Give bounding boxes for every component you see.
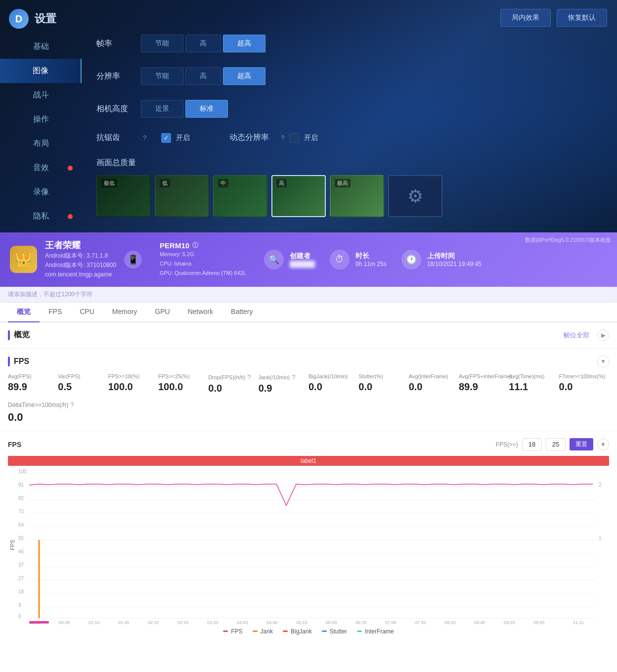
overview-collapse-btn[interactable]: ▶ bbox=[597, 329, 609, 341]
resolution-option-group: 节能 高 超高 bbox=[141, 67, 265, 85]
sidebar-item-sound[interactable]: 音效 bbox=[0, 156, 82, 180]
sidebar-item-privacy[interactable]: 隐私 bbox=[0, 204, 82, 228]
fps-stats-row: Avg(FPS) 89.9 Var(FPS) 0.5 FPS>=18(%) 10… bbox=[8, 373, 609, 394]
duration-value: 0h 11m 25s bbox=[355, 261, 387, 268]
fps-option-high[interactable]: 高 bbox=[185, 35, 221, 52]
svg-text:2: 2 bbox=[599, 482, 602, 488]
resolution-option-eco[interactable]: 节能 bbox=[141, 67, 183, 85]
fps-section-collapse-btn[interactable]: ▼ bbox=[597, 356, 609, 367]
fps-chart-label-bar: label1 bbox=[8, 456, 609, 466]
svg-text:02:20: 02:20 bbox=[148, 620, 159, 624]
app-header: 👑 王者荣耀 Android版本号: 3.71.1.8 Android版本号: … bbox=[0, 232, 617, 287]
overview-link[interactable]: 帧位全部 bbox=[564, 331, 589, 340]
dynamic-res-help-icon[interactable]: ? bbox=[281, 134, 284, 141]
dynamic-res-on-label: 开启 bbox=[304, 134, 318, 142]
fps-threshold-label: FPS(>=) bbox=[496, 441, 518, 448]
fps-option-ultra[interactable]: 超高 bbox=[223, 35, 265, 52]
quality-thumbnails: 极低 低 中 高 极高 ⚙ bbox=[96, 175, 597, 217]
svg-text:73: 73 bbox=[18, 509, 24, 514]
fps-threshold-input-25[interactable] bbox=[546, 438, 566, 451]
fps-reset-button[interactable]: 重置 bbox=[570, 438, 593, 450]
dynamic-res-checkbox[interactable] bbox=[289, 133, 299, 143]
logo-icon: D bbox=[9, 9, 29, 29]
svg-text:09:55: 09:55 bbox=[533, 620, 545, 624]
sidebar-item-basics[interactable]: 基础 bbox=[0, 35, 82, 59]
svg-text:01:45: 01:45 bbox=[118, 620, 130, 624]
fps-option-group: 节能 高 超高 bbox=[141, 35, 265, 52]
tab-overview[interactable]: 概览 bbox=[8, 303, 40, 322]
settings-top-buttons: 局内效果 恢复默认 bbox=[500, 9, 607, 27]
fps-stat-jank: Jank(/10min)? 0.9 bbox=[259, 373, 308, 394]
overview-accent-bar bbox=[8, 330, 10, 340]
local-effect-button[interactable]: 局内效果 bbox=[500, 9, 551, 27]
antialias-toggle: ✓ 开启 bbox=[161, 133, 190, 143]
tab-gpu[interactable]: GPU bbox=[146, 303, 178, 322]
svg-text:11:2x: 11:2x bbox=[573, 620, 584, 624]
svg-text:06:25: 06:25 bbox=[355, 620, 367, 624]
tab-battery[interactable]: Battery bbox=[222, 303, 262, 322]
app-version-label: Android版本号: 3.71.1.8 bbox=[45, 251, 116, 261]
tab-memory[interactable]: Memory bbox=[103, 303, 146, 322]
svg-text:100: 100 bbox=[18, 469, 27, 474]
fps-stat-fps-interframe: Avg(FPS+InterFrame) 89.9 bbox=[459, 373, 509, 394]
upload-icon: 🕐 bbox=[401, 250, 421, 269]
fps-threshold-input-18[interactable] bbox=[522, 438, 542, 451]
duration-icon: ⏱ bbox=[330, 250, 350, 269]
legend-fps: FPS bbox=[223, 628, 242, 635]
camera-option-near[interactable]: 近景 bbox=[141, 100, 183, 118]
sidebar-item-layout[interactable]: 布局 bbox=[0, 132, 82, 156]
quality-thumb-lock[interactable]: ⚙ bbox=[388, 175, 442, 217]
fps-chart-controls: FPS(>=) 重置 ▼ bbox=[496, 438, 609, 451]
settings-logo: D 设置 bbox=[9, 9, 56, 29]
dynamic-res-section: 动态分辨率 ? 开启 bbox=[229, 133, 318, 143]
svg-text:01:10: 01:10 bbox=[88, 620, 100, 624]
quality-thumb-0[interactable]: 极低 bbox=[96, 175, 151, 217]
svg-text:37: 37 bbox=[18, 562, 24, 568]
upload-value: 18/10/2021 19:49:45 bbox=[427, 261, 482, 268]
tab-cpu[interactable]: CPU bbox=[71, 303, 103, 322]
restore-default-button[interactable]: 恢复默认 bbox=[557, 9, 607, 27]
quality-thumb-3[interactable]: 高 bbox=[271, 175, 326, 217]
antialias-help-icon[interactable]: ? bbox=[143, 134, 146, 141]
sidebar-item-controls[interactable]: 操作 bbox=[0, 107, 82, 132]
camera-option-standard[interactable]: 标准 bbox=[185, 100, 228, 118]
stat-duration: ⏱ 时长 0h 11m 25s bbox=[330, 250, 387, 269]
fps-stat-25: FPS>=25(%) 100.0 bbox=[158, 373, 208, 394]
duration-title: 时长 bbox=[355, 252, 387, 261]
svg-text:82: 82 bbox=[18, 495, 24, 501]
game-settings-panel: D 设置 局内效果 恢复默认 基础 图像 战斗 操作 布局 音效 录像 隐私 bbox=[0, 0, 617, 232]
upload-title: 上传时间 bbox=[427, 252, 482, 261]
device-info: PERM10 ⓘ Memory: 5.2G CPU: lshaina GPU: … bbox=[160, 241, 246, 277]
legend-stutter-dot bbox=[322, 630, 327, 632]
quality-thumb-1[interactable]: 低 bbox=[155, 175, 209, 217]
tab-network[interactable]: Network bbox=[179, 303, 222, 322]
svg-text:46: 46 bbox=[18, 549, 24, 554]
antialias-checkbox[interactable]: ✓ bbox=[161, 133, 171, 143]
svg-text:00:35: 00:35 bbox=[59, 620, 70, 624]
fps-chart-collapse-btn[interactable]: ▼ bbox=[597, 439, 609, 450]
sidebar-item-recording[interactable]: 录像 bbox=[0, 180, 82, 204]
creator-title: 创建者 bbox=[290, 252, 315, 261]
quality-thumb-4[interactable]: 极高 bbox=[330, 175, 384, 217]
resolution-option-high[interactable]: 高 bbox=[185, 67, 221, 85]
sidebar-item-image[interactable]: 图像 bbox=[0, 59, 82, 83]
camera-option-group: 近景 标准 bbox=[141, 100, 228, 118]
svg-text:05:15: 05:15 bbox=[296, 620, 308, 624]
fps-chart-section: FPS FPS(>=) 重置 ▼ label1 100 91 82 73 64 … bbox=[0, 431, 617, 644]
tab-fps[interactable]: FPS bbox=[40, 303, 71, 322]
device-memory: Memory: 5.2G bbox=[160, 250, 246, 259]
camera-setting-row: 相机高度 近景 标准 bbox=[96, 100, 597, 118]
chart-legend: FPS Jank BigJank Stutter InterFrame bbox=[8, 624, 609, 639]
fps-title-bar: FPS bbox=[8, 357, 29, 366]
overview-title: 概览 bbox=[14, 330, 30, 340]
fps-option-eco[interactable]: 节能 bbox=[141, 35, 183, 52]
settings-title: 设置 bbox=[35, 11, 56, 26]
creator-icon: 🔍 bbox=[264, 250, 284, 269]
device-model: PERM10 ⓘ bbox=[160, 241, 246, 250]
resolution-option-ultra[interactable]: 超高 bbox=[223, 67, 265, 85]
fps-setting-row: 帧率 节能 高 超高 bbox=[96, 35, 597, 52]
fps-stat-bigjank: BigJank(/10min) 0.0 bbox=[308, 373, 358, 394]
sidebar-item-combat[interactable]: 战斗 bbox=[0, 83, 82, 107]
quality-thumb-2[interactable]: 中 bbox=[213, 175, 267, 217]
stat-creator: 🔍 创建者 ██████ bbox=[264, 250, 315, 269]
